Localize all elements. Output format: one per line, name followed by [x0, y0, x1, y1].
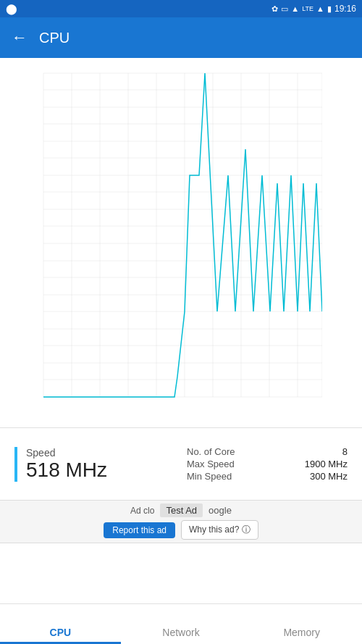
core-label: No. of Core [187, 446, 235, 457]
min-speed-value: 300 MHz [310, 471, 348, 482]
signal-icon: ▲ [316, 4, 324, 13]
nav-item-cpu[interactable]: CPU [0, 604, 121, 644]
battery-icon: ▮ [327, 4, 332, 14]
nav-label-memory: Memory [283, 627, 320, 638]
max-speed-value: 1900 MHz [305, 459, 348, 469]
stats-section: Speed 518 MHz No. of Core 8 Max Speed 19… [0, 427, 362, 500]
ad-google-text: oogle [209, 505, 232, 516]
max-speed-row: Max Speed 1900 MHz [187, 459, 348, 469]
speed-value: 518 MHz [26, 459, 187, 482]
nav-item-memory[interactable]: Memory [241, 604, 362, 644]
time-display: 19:16 [334, 4, 356, 14]
status-bar-right: ✿ ▭ ▲ LTE ▲ ▮ 19:16 [272, 4, 356, 14]
core-value: 8 [342, 446, 348, 457]
speed-label: Speed [26, 447, 187, 459]
nav-item-network[interactable]: Network [121, 604, 242, 644]
ad-banner: Ad clo Test Ad oogle Report this ad Why … [0, 500, 362, 543]
ad-test-label: Test Ad [160, 503, 203, 517]
ad-row-bottom: Report this ad Why this ad? ⓘ [0, 520, 362, 540]
nav-label-cpu: CPU [50, 627, 72, 638]
cpu-chart-svg: 1,900 1,800 1,700 1,600 1,500 1,400 1,30… [40, 65, 322, 406]
app-bar: ← CPU [0, 17, 362, 58]
min-speed-label: Min Speed [187, 471, 232, 482]
nav-label-network: Network [162, 627, 199, 638]
min-speed-row: Min Speed 300 MHz [187, 471, 348, 482]
report-ad-button[interactable]: Report this ad [104, 522, 175, 538]
status-bar-left: ⬤ [6, 3, 17, 14]
chart-inner: 1,900 1,800 1,700 1,600 1,500 1,400 1,30… [40, 65, 322, 406]
cpu-chart-container: 1,900 1,800 1,700 1,600 1,500 1,400 1,30… [0, 58, 362, 427]
status-bar: ⬤ ✿ ▭ ▲ LTE ▲ ▮ 19:16 [0, 0, 362, 17]
core-count-row: No. of Core 8 [187, 446, 348, 457]
bluetooth-icon: ✿ [272, 4, 278, 14]
cpu-line [43, 73, 322, 397]
circle-icon: ⬤ [6, 3, 17, 14]
stats-details: No. of Core 8 Max Speed 1900 MHz Min Spe… [187, 446, 348, 482]
stats-speed: Speed 518 MHz [14, 447, 187, 482]
ad-close-text: Ad clo [130, 506, 154, 516]
lte-icon: LTE [302, 5, 313, 12]
wifi-icon: ▲ [291, 4, 299, 13]
max-speed-label: Max Speed [187, 459, 235, 469]
bottom-nav: CPU Network Memory [0, 603, 362, 644]
page-title: CPU [39, 30, 70, 46]
ad-row-top: Ad clo Test Ad oogle [0, 503, 362, 517]
phone-icon: ▭ [281, 4, 288, 14]
back-button[interactable]: ← [12, 28, 28, 47]
why-ad-button[interactable]: Why this ad? ⓘ [181, 520, 258, 540]
